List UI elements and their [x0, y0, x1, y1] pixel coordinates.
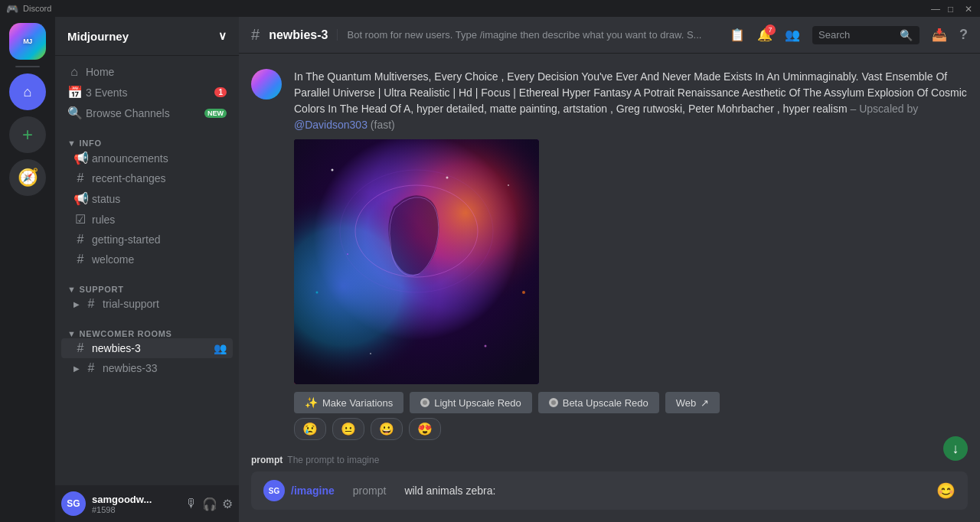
reaction-buttons: 😢 😐 😀 😍: [294, 418, 968, 440]
notification-badge: 7: [765, 24, 776, 35]
input-box: SG /imagine prompt 😊: [251, 471, 968, 510]
hash6-icon: #: [84, 361, 98, 375]
newcomer-section-label[interactable]: ▼ NEWCOMER ROOMS: [61, 329, 233, 338]
svg-point-7: [508, 184, 509, 186]
channel-header: # newbies-3 Bot room for new users. Type…: [239, 17, 980, 54]
emoji-button[interactable]: 😊: [936, 481, 956, 500]
channel-trial-support[interactable]: ▶ # trial-support: [61, 294, 233, 314]
channel-announcements[interactable]: 📢 announcements: [61, 148, 233, 168]
light-upscale-redo-button[interactable]: Light Upscale Redo: [410, 392, 531, 413]
settings-button[interactable]: ⚙: [222, 497, 233, 511]
server-icon-midjourney[interactable]: MJ: [9, 23, 46, 60]
user-controls[interactable]: 🎙 🎧 ⚙: [185, 497, 233, 511]
channel-rules[interactable]: ☑ rules: [61, 209, 233, 230]
svg-point-6: [332, 169, 334, 171]
channel-getting-started[interactable]: # getting-started: [61, 230, 233, 250]
chevron3-icon: ▶: [74, 300, 80, 308]
inbox-button[interactable]: 📥: [932, 28, 947, 42]
close-button[interactable]: ✕: [965, 4, 974, 13]
hash5-icon: #: [74, 341, 87, 355]
browse-badge: NEW: [204, 109, 227, 118]
minimize-button[interactable]: —: [931, 4, 940, 13]
prompt-hint: prompt The prompt to imagine: [239, 452, 980, 471]
calendar-icon: 📅: [67, 85, 81, 100]
server-header[interactable]: Midjourney ∨: [55, 17, 239, 56]
threads-button[interactable]: 📋: [730, 28, 745, 42]
titlebar-title: 🎮 Discord: [6, 3, 51, 15]
search-input[interactable]: [818, 29, 895, 41]
hash-icon: #: [74, 171, 87, 185]
ping-area: ↓: [943, 436, 968, 461]
main-content: # newbies-3 Bot room for new users. Type…: [239, 17, 980, 522]
events-badge: 1: [214, 87, 227, 97]
events-link[interactable]: 📅 3 Events 1: [61, 82, 233, 103]
headset-button[interactable]: 🎧: [202, 497, 217, 511]
mic-button[interactable]: 🎙: [185, 497, 198, 511]
reaction-neutral[interactable]: 😐: [332, 418, 364, 440]
server-icon-home[interactable]: ⌂: [9, 73, 46, 110]
members-button[interactable]: 👥: [785, 28, 800, 42]
svg-point-10: [370, 353, 371, 354]
help-button[interactable]: ?: [959, 27, 968, 43]
search-bar[interactable]: 🔍: [812, 26, 920, 44]
channel-recent-changes[interactable]: # recent-changes: [61, 168, 233, 188]
info-section: ▼ INFO 📢 announcements # recent-changes …: [55, 126, 239, 272]
message-content: In The Quantum Multiverses, Every Choice…: [294, 69, 968, 440]
sparkles-icon: ✨: [305, 396, 318, 409]
titlebar: 🎮 Discord — □ ✕: [0, 0, 980, 17]
message-input[interactable]: [404, 484, 930, 497]
hash4-icon: #: [84, 297, 98, 311]
avatar: SG: [61, 491, 86, 516]
server-icon-explore[interactable]: 🧭: [9, 159, 46, 196]
beta-upscale-redo-button[interactable]: Beta Upscale Redo: [538, 392, 659, 413]
users-icon: 👥: [214, 342, 227, 354]
chevron5-icon: ▶: [74, 364, 80, 373]
channel-sidebar: Midjourney ∨ ⌂ Home 📅 3 Events 1 🔍 Brows…: [55, 17, 239, 522]
server-icon-add[interactable]: +: [9, 116, 46, 153]
status-icon: 📢: [74, 191, 87, 206]
channel-hash-icon: #: [251, 26, 260, 44]
support-section-label[interactable]: ▼ SUPPORT: [61, 285, 233, 294]
channel-status[interactable]: 📢 status: [61, 188, 233, 209]
newcomer-section: ▼ NEWCOMER ROOMS # newbies-3 👥 ▶ # newbi…: [55, 317, 239, 381]
reaction-happy[interactable]: 😀: [371, 418, 403, 440]
mention[interactable]: @Davidson303: [294, 119, 368, 131]
search-icon: 🔍: [900, 29, 913, 41]
reaction-angry[interactable]: 😢: [294, 418, 326, 440]
svg-point-13: [446, 177, 449, 179]
reaction-love[interactable]: 😍: [409, 418, 441, 440]
bell-button[interactable]: 🔔7: [757, 28, 773, 42]
home-icon: ⌂: [67, 65, 81, 79]
channel-newbies-33[interactable]: ▶ # newbies-33: [61, 358, 233, 378]
info-section-label[interactable]: ▼ INFO: [61, 139, 233, 148]
browse-channels-link[interactable]: 🔍 Browse Channels NEW: [61, 103, 233, 123]
chevron-icon: ▼: [67, 139, 77, 148]
input-area: SG /imagine prompt 😊: [239, 471, 980, 522]
header-actions: 📋 🔔7 👥 🔍 📥 ?: [730, 26, 968, 44]
titlebar-controls[interactable]: — □ ✕: [931, 4, 974, 13]
make-variations-button[interactable]: ✨ Make Variations: [294, 392, 403, 413]
chevron-down-icon: ∨: [218, 29, 227, 43]
svg-point-12: [347, 253, 348, 255]
maximize-button[interactable]: □: [948, 4, 957, 13]
arrow-down-icon: ↓: [952, 441, 959, 457]
channel-welcome[interactable]: # welcome: [61, 250, 233, 269]
message: In The Quantum Multiverses, Every Choice…: [239, 66, 980, 443]
jump-to-present-button[interactable]: ↓: [943, 436, 968, 461]
svg-point-11: [485, 345, 487, 347]
web-button[interactable]: Web ↗: [665, 392, 720, 413]
input-prefix: prompt: [353, 484, 387, 497]
external-link-icon: ↗: [701, 397, 709, 409]
svg-point-8: [522, 291, 525, 294]
megaphone-icon: 📢: [74, 151, 87, 165]
circle2-icon: [549, 398, 558, 407]
nav-section: ⌂ Home 📅 3 Events 1 🔍 Browse Channels NE…: [55, 56, 239, 126]
user-bar: SG samgoodw... #1598 🎙 🎧 ⚙: [55, 485, 239, 522]
server-list: MJ ⌂ + 🧭: [0, 17, 55, 522]
channel-newbies-3[interactable]: # newbies-3 👥: [61, 338, 233, 358]
generated-image[interactable]: [294, 139, 539, 384]
chevron4-icon: ▼: [67, 329, 77, 338]
messages-area: In The Quantum Multiverses, Every Choice…: [239, 54, 980, 452]
home-link[interactable]: ⌂ Home: [61, 62, 233, 82]
message-avatar: [251, 69, 282, 100]
